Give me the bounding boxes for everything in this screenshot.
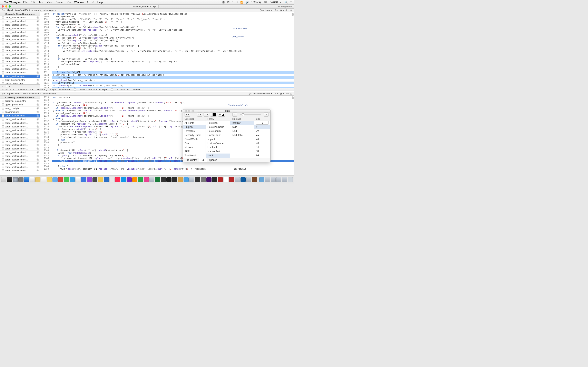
sidebar-document-item[interactable]: cards_usefocus.html…×: [0, 132, 40, 136]
marker-icon[interactable]: ✎ ▾: [275, 9, 278, 12]
close-icon[interactable]: ×: [36, 79, 39, 81]
sidebar-document-item[interactable]: cards_usefocus.html…×: [0, 162, 40, 165]
function-popup[interactable]: (no function selected) ▾: [249, 92, 273, 95]
dock-app-icon[interactable]: [24, 177, 29, 182]
menu-file[interactable]: File: [23, 1, 27, 4]
dock-app-icon[interactable]: [132, 177, 138, 182]
fold-gutter[interactable]: [50, 96, 52, 171]
document-icon[interactable]: [74, 88, 76, 91]
close-icon[interactable]: ×: [36, 107, 39, 109]
dock-app-icon[interactable]: [121, 177, 126, 182]
status-line-endings[interactable]: Unix (LF) ▾: [60, 88, 70, 91]
close-icon[interactable]: ×: [36, 162, 39, 165]
dock-app-icon[interactable]: [212, 177, 217, 182]
recent-button[interactable]: 🕘 ▾: [6, 85, 10, 87]
strikethrough-button[interactable]: T̶ ▾: [204, 113, 209, 117]
dock-app-icon[interactable]: [161, 177, 166, 182]
clock[interactable]: Fri 8:31 pm: [270, 1, 282, 4]
fonts-collection-item[interactable]: Favorites: [183, 129, 206, 133]
dock-app-icon[interactable]: [229, 177, 234, 182]
fonts-min-icon[interactable]: [188, 110, 190, 112]
sidebar-document-item[interactable]: cards_usefocus.html…×: [0, 143, 40, 147]
sidebar-document-item[interactable]: cards_usefocus.html…×: [0, 118, 40, 121]
fonts-collection-item[interactable]: Fun: [183, 141, 206, 145]
underline-button[interactable]: T̲ ▾: [197, 113, 202, 117]
spotlight-icon[interactable]: 🔍: [285, 1, 288, 4]
close-icon[interactable]: ×: [36, 166, 39, 168]
fonts-typeface-item[interactable]: Bold: [230, 129, 254, 133]
sidebar-document-item[interactable]: cards_usefocus.html…×: [0, 20, 40, 23]
sidebar-document-item[interactable]: cards_usefocus.html…×: [0, 56, 40, 60]
dock-app-icon[interactable]: [41, 177, 46, 182]
includes-icon[interactable]: # ▾: [286, 92, 289, 95]
sidebar-document-item[interactable]: cards_usefocus.html…×: [0, 71, 40, 75]
bluetooth-icon[interactable]: ᛒ: [236, 1, 238, 4]
dock-app-icon[interactable]: [223, 177, 228, 182]
dock-app-icon[interactable]: [155, 177, 160, 182]
sidebar-document-item[interactable]: client_browsing.htm×: [0, 78, 40, 82]
window-tab[interactable]: cards_usefocus.php: [130, 5, 159, 8]
fonts-size-item[interactable]: 10: [254, 129, 270, 133]
menu-view[interactable]: View: [47, 1, 52, 4]
fonts-family-item[interactable]: Menlo: [206, 154, 230, 158]
dock-app-icon[interactable]: [178, 177, 183, 182]
traffic-min-icon[interactable]: [5, 5, 7, 8]
close-icon[interactable]: ×: [36, 46, 39, 48]
dock-app-icon[interactable]: [98, 177, 103, 182]
file-path[interactable]: /Applications/MAMP/htdocs/cards_usefocus…: [7, 9, 55, 11]
fonts-family-item[interactable]: Luminari: [206, 145, 230, 150]
status-encoding[interactable]: Unicode (UTF-8) ▾: [37, 88, 56, 91]
dock-stack-icon[interactable]: [265, 177, 270, 182]
dock-app-icon[interactable]: [127, 177, 132, 182]
close-icon[interactable]: ×: [36, 75, 39, 77]
dock-app-icon[interactable]: [52, 177, 58, 182]
dock-app-icon[interactable]: [1, 177, 6, 182]
close-icon[interactable]: ×: [36, 155, 39, 157]
sidebar-document-item[interactable]: cards_usefocus.html…×: [0, 45, 40, 49]
dock-folder-icon[interactable]: [259, 177, 264, 182]
fonts-family-item[interactable]: Hoefler Text: [206, 133, 230, 137]
dock-stack-icon[interactable]: [282, 177, 287, 182]
sidebar-document-item[interactable]: cards_usefocus.html…×: [0, 165, 40, 169]
sidebar-document-item[interactable]: cards_usefocus.php×: [0, 75, 40, 78]
sidebar-document-item[interactable]: cards_usefocus.htm×: [0, 114, 40, 118]
sidebar-document-item[interactable]: cards_usefocus.html…×: [0, 158, 40, 162]
dock-app-icon[interactable]: [18, 177, 24, 182]
status-icon[interactable]: ⌃: [232, 1, 234, 4]
dock-app-icon[interactable]: [246, 177, 251, 182]
sidebar-document-item[interactable]: cards_usefocus.html…×: [0, 42, 40, 45]
sidebar-document-item[interactable]: column_chart.php×: [0, 82, 40, 84]
close-icon[interactable]: ×: [36, 103, 39, 106]
fonts-size-item[interactable]: 24: [254, 153, 270, 157]
fonts-typeface-item[interactable]: Regular: [230, 121, 254, 125]
close-icon[interactable]: ×: [36, 147, 39, 150]
close-icon[interactable]: ×: [36, 111, 39, 113]
close-icon[interactable]: ×: [36, 38, 39, 41]
fonts-close-icon[interactable]: [185, 110, 187, 112]
fonts-collection-item[interactable]: Recently Used: [183, 133, 206, 137]
sidebar-document-item[interactable]: cards_usefocus.html…×: [0, 34, 40, 38]
dock-app-icon[interactable]: [218, 177, 223, 182]
wifi-icon[interactable]: 📶: [240, 1, 243, 4]
dock-stack-icon[interactable]: [271, 177, 276, 182]
traffic-zoom-icon[interactable]: [9, 5, 11, 8]
dock-app-icon[interactable]: [235, 177, 240, 182]
close-icon[interactable]: ×: [36, 129, 39, 132]
dock-app-icon[interactable]: [104, 177, 109, 182]
fonts-typeface-item[interactable]: Bold Italic: [230, 133, 254, 137]
fonts-size-item[interactable]: 12: [254, 137, 270, 141]
dock-app-icon[interactable]: [47, 177, 52, 182]
dock-app-icon[interactable]: [70, 177, 75, 182]
close-icon[interactable]: ×: [36, 71, 39, 74]
sidebar-document-item[interactable]: cards_usefocus.html…×: [0, 140, 40, 143]
close-icon[interactable]: ×: [36, 57, 39, 59]
close-icon[interactable]: ×: [36, 16, 39, 19]
close-icon[interactable]: ×: [36, 114, 39, 117]
fonts-zoom-icon[interactable]: [191, 110, 194, 112]
dock-app-icon[interactable]: [64, 177, 69, 182]
sidebar-document-item[interactable]: anagrams.php×: [0, 110, 40, 114]
function-popup[interactable]: (functions) ▾: [260, 9, 273, 12]
dock-app-icon[interactable]: [144, 177, 149, 182]
sidebar-document-item[interactable]: cards_usefocus.html…×: [0, 125, 40, 129]
file-path[interactable]: /Applications/MAMP/htdocs/cards_usefocus…: [7, 92, 55, 95]
